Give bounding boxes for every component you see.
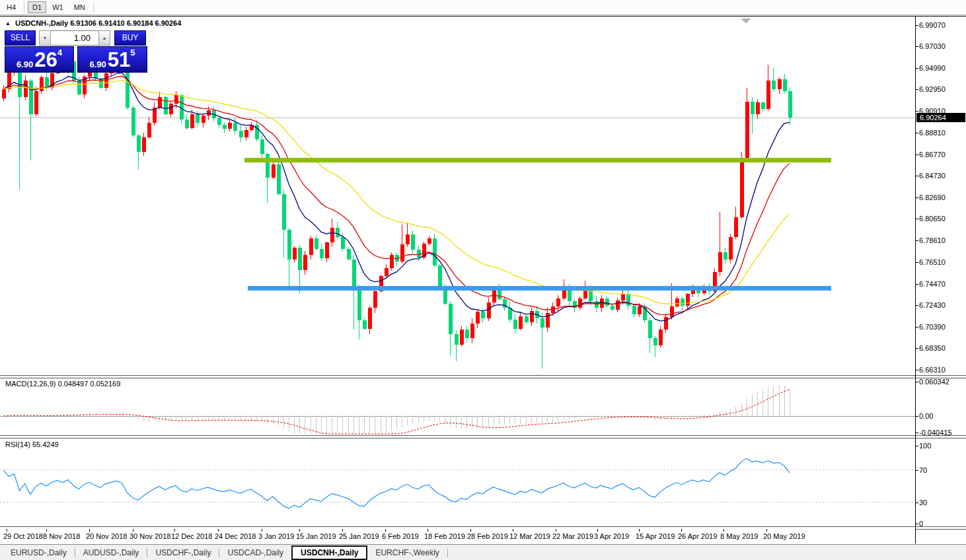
price-axis-tick	[916, 197, 918, 198]
timeframe-button-w1[interactable]: W1	[48, 1, 68, 13]
price-axis-tick	[916, 176, 918, 176]
tab-usdcad-daily[interactable]: USDCAD-,Daily	[219, 546, 291, 559]
price-axis-tick	[916, 155, 918, 155]
volume-increase-button[interactable]: ▲	[98, 30, 110, 46]
sell-price-sup: 4	[57, 48, 62, 57]
chart-tab-bar: EURUSD-,DailyAUDUSD-,DailyUSDCHF-,DailyU…	[0, 544, 966, 560]
pane-splitter-rsi[interactable]	[0, 435, 966, 438]
buy-price-sup: 5	[130, 48, 135, 57]
rsi-axis-label: 70	[919, 466, 927, 474]
price-axis-tick	[916, 46, 918, 47]
price-axis-label: 6.84730	[919, 172, 946, 180]
tab-usdchf-daily[interactable]: USDCHF-,Daily	[147, 546, 219, 559]
date-axis-label: 15 Jan 2019	[296, 532, 336, 540]
price-axis-label: 6.72430	[919, 301, 946, 309]
date-axis-label: 8 May 2019	[720, 532, 758, 540]
price-axis-label: 6.74470	[919, 280, 946, 288]
buy-button[interactable]: BUY	[114, 30, 146, 46]
date-axis-tick	[470, 529, 471, 532]
timeframe-button-mn[interactable]: MN	[69, 1, 90, 13]
date-axis-label: 29 Oct 2018	[3, 532, 43, 540]
date-axis: 29 Oct 20188 Nov 201820 Nov 201830 Nov 2…	[0, 529, 915, 543]
price-axis-label: 6.76510	[919, 258, 946, 266]
date-axis-label: 24 Dec 2018	[215, 532, 256, 540]
timeframe-button-d1[interactable]: D1	[28, 1, 46, 13]
timeframe-button-h4[interactable]: H4	[2, 1, 20, 13]
timeframe-toolbar: H4D1W1MN	[0, 0, 966, 15]
rsi-axis-tick	[916, 503, 918, 503]
date-axis-tick	[385, 529, 386, 532]
date-axis-tick	[766, 529, 767, 532]
date-axis-label: 26 Apr 2019	[678, 532, 717, 540]
tab-separator	[447, 548, 448, 557]
rsi-indicator-pane[interactable]	[0, 438, 915, 526]
tab-usdcnh-daily[interactable]: USDCNH-,Daily	[291, 545, 367, 560]
price-axis-tick	[916, 305, 918, 306]
volume-decrease-button[interactable]: ▼	[39, 30, 51, 46]
rsi-axis-label: 30	[919, 499, 927, 507]
price-axis-tick	[916, 327, 918, 328]
date-axis-label: 12 Mar 2019	[509, 532, 550, 540]
date-axis-tick	[133, 529, 133, 532]
tab-eurchf-weekly[interactable]: EURCHF-,Weekly	[367, 546, 447, 559]
price-axis-label: 6.94990	[919, 64, 946, 72]
chart-shift-marker[interactable]	[741, 18, 751, 23]
price-axis-tick	[916, 219, 918, 219]
ma-mid-red	[3, 76, 790, 315]
tab-audusd-daily[interactable]: AUDUSD-,Daily	[75, 546, 147, 559]
price-axis-tick	[916, 348, 918, 349]
support-line[interactable]	[248, 286, 831, 291]
price-axis-label: 6.68350	[919, 344, 946, 352]
price-axis-label: 6.88810	[919, 129, 946, 137]
buy-price-small: 6.90	[89, 59, 106, 70]
price-axis-label: 6.66310	[919, 366, 946, 374]
date-axis-tick	[218, 529, 219, 532]
price-axis-tick	[916, 370, 918, 370]
macd-axis-tick	[916, 382, 918, 382]
sell-button[interactable]: SELL	[5, 30, 36, 46]
rsi-axis-label: 0	[919, 520, 923, 528]
macd-axis-label: -0.040415	[919, 429, 952, 437]
date-axis-tick	[681, 529, 682, 532]
sell-price-small: 6.90	[17, 59, 33, 70]
tab-eurusd-daily[interactable]: EURUSD-,Daily	[3, 546, 75, 559]
pane-splitter-macd[interactable]	[0, 375, 966, 378]
date-axis-tick	[639, 529, 640, 532]
macd-indicator-pane[interactable]	[0, 378, 915, 435]
macd-axis-label: 0.00	[919, 412, 933, 420]
chart-collapse-icon[interactable]: ▲	[5, 20, 11, 26]
date-axis-tick	[513, 529, 513, 532]
date-axis-label: 22 Mar 2019	[552, 532, 593, 540]
rsi-line	[3, 458, 790, 508]
rsi-axis-label: 100	[919, 442, 931, 450]
date-axis-label: 12 Dec 2018	[171, 532, 212, 540]
date-axis-tick	[597, 529, 598, 532]
date-axis-tick	[174, 529, 175, 532]
price-axis-tick	[916, 68, 918, 69]
chart-ohlc-values: 6.91306 6.91410 6.90184 6.90264	[70, 19, 181, 27]
date-axis-tick	[342, 529, 343, 532]
sell-price-display[interactable]: 6.90 26 4	[5, 46, 74, 73]
date-axis-label: 25 Jan 2019	[339, 532, 379, 540]
rsi-axis-tick	[916, 524, 918, 524]
date-axis-label: 3 Jan 2019	[258, 532, 294, 540]
date-axis-tick	[299, 529, 300, 532]
candlestick-series	[2, 55, 792, 369]
volume-input[interactable]	[51, 30, 98, 46]
macd-axis-tick	[916, 433, 918, 433]
price-axis-tick	[916, 111, 918, 112]
rsi-axis-tick	[916, 446, 918, 446]
price-axis-label: 6.78610	[919, 236, 946, 244]
bid-price-label: 6.90264	[916, 113, 965, 122]
date-axis-label: 8 Nov 2018	[43, 532, 80, 540]
chart-symbol-period: USDCNH-,Daily	[15, 19, 68, 27]
date-axis-label: 20 May 2019	[763, 532, 805, 540]
resistance-line[interactable]	[244, 158, 831, 162]
buy-price-display[interactable]: 6.90 51 5	[77, 46, 147, 73]
chart-title: ▲ USDCNH-,Daily 6.91306 6.91410 6.90184 …	[5, 19, 181, 27]
macd-signal-line	[3, 390, 790, 434]
date-axis-tick	[556, 529, 556, 532]
date-axis-label: 28 Feb 2019	[467, 532, 508, 540]
toolbar-separator	[24, 2, 24, 13]
price-axis-label: 6.99070	[919, 21, 946, 29]
